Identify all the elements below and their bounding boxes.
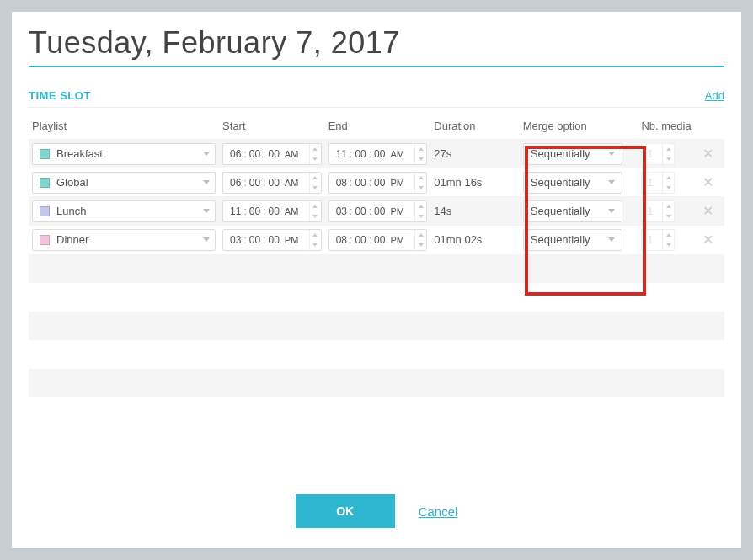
start-spinner[interactable] xyxy=(309,173,321,193)
playlist-select[interactable]: Dinner xyxy=(32,229,216,251)
end-time-input[interactable]: 08: 00: 00 PM xyxy=(328,172,428,194)
chevron-down-icon[interactable] xyxy=(415,183,426,193)
chevron-up-icon[interactable] xyxy=(415,230,426,240)
playlist-select[interactable]: Breakfast xyxy=(32,143,216,165)
chevron-up-icon[interactable] xyxy=(310,144,321,154)
chevron-up-icon[interactable] xyxy=(663,230,674,240)
end-ss[interactable]: 00 xyxy=(372,205,387,217)
end-mm[interactable]: 00 xyxy=(353,205,367,217)
chevron-up-icon[interactable] xyxy=(663,173,674,183)
chevron-down-icon[interactable] xyxy=(663,240,674,250)
chevron-up-icon[interactable] xyxy=(310,173,321,183)
start-ampm[interactable]: PM xyxy=(281,235,302,245)
chevron-down-icon[interactable] xyxy=(310,154,321,164)
nb-media-spinner[interactable] xyxy=(662,201,674,221)
start-ampm[interactable]: AM xyxy=(281,149,302,159)
end-spinner[interactable] xyxy=(414,201,426,221)
delete-row-button[interactable]: ✕ xyxy=(702,147,713,161)
start-time-input[interactable]: 06: 00: 00 AM xyxy=(222,172,322,194)
start-ss[interactable]: 00 xyxy=(267,177,281,189)
end-hh[interactable]: 08 xyxy=(334,177,349,189)
add-link[interactable]: Add xyxy=(705,89,724,102)
end-time-input[interactable]: 11: 00: 00 AM xyxy=(328,143,428,165)
end-hh[interactable]: 11 xyxy=(334,148,349,160)
start-mm[interactable]: 00 xyxy=(248,205,262,217)
start-hh[interactable]: 06 xyxy=(228,177,243,189)
start-time-input[interactable]: 03: 00: 00 PM xyxy=(222,229,322,251)
end-time-input[interactable]: 08: 00: 00 PM xyxy=(328,229,428,251)
nb-media-input[interactable]: 1 xyxy=(641,143,675,165)
chevron-up-icon[interactable] xyxy=(663,201,674,211)
start-ss[interactable]: 00 xyxy=(267,205,281,217)
nb-media-input[interactable]: 1 xyxy=(641,200,675,222)
chevron-down-icon[interactable] xyxy=(415,240,426,250)
chevron-up-icon[interactable] xyxy=(663,144,674,154)
start-hh[interactable]: 03 xyxy=(228,234,243,246)
start-ampm[interactable]: AM xyxy=(281,178,302,188)
nb-media-spinner[interactable] xyxy=(662,230,674,250)
start-spinner[interactable] xyxy=(309,201,321,221)
start-spinner[interactable] xyxy=(309,144,321,164)
end-hh[interactable]: 08 xyxy=(334,234,349,246)
playlist-label: Dinner xyxy=(56,233,88,246)
chevron-up-icon[interactable] xyxy=(415,144,426,154)
nb-media-input[interactable]: 1 xyxy=(641,229,675,251)
end-ss[interactable]: 00 xyxy=(372,177,387,189)
start-mm[interactable]: 00 xyxy=(248,148,262,160)
end-spinner[interactable] xyxy=(414,173,426,193)
chevron-down-icon[interactable] xyxy=(663,154,674,164)
nb-media-input[interactable]: 1 xyxy=(641,172,675,194)
end-time-input[interactable]: 03: 00: 00 PM xyxy=(328,200,428,222)
delete-row-button[interactable]: ✕ xyxy=(702,232,713,247)
delete-row-button[interactable]: ✕ xyxy=(702,175,713,189)
merge-option-select[interactable]: Sequentially xyxy=(523,143,622,165)
chevron-down-icon xyxy=(203,237,210,242)
start-spinner[interactable] xyxy=(309,230,321,250)
chevron-down-icon[interactable] xyxy=(663,183,674,193)
start-ss[interactable]: 00 xyxy=(267,234,281,246)
merge-option-select[interactable]: Sequentially xyxy=(523,229,622,251)
start-time-input[interactable]: 06: 00: 00 AM xyxy=(222,143,322,165)
end-mm[interactable]: 00 xyxy=(353,177,367,189)
end-spinner[interactable] xyxy=(414,144,426,164)
chevron-up-icon[interactable] xyxy=(415,201,426,211)
start-time-input[interactable]: 11: 00: 00 AM xyxy=(222,200,322,222)
start-hh[interactable]: 11 xyxy=(228,205,243,217)
delete-row-button[interactable]: ✕ xyxy=(702,204,713,218)
chevron-down-icon[interactable] xyxy=(310,240,321,250)
start-ampm[interactable]: AM xyxy=(281,206,302,216)
start-mm[interactable]: 00 xyxy=(248,234,262,246)
cancel-link[interactable]: Cancel xyxy=(419,504,458,519)
chevron-down-icon[interactable] xyxy=(663,211,674,221)
end-ss[interactable]: 00 xyxy=(372,148,387,160)
col-start: Start xyxy=(219,115,325,140)
nb-media-spinner[interactable] xyxy=(662,173,674,193)
nb-media-spinner[interactable] xyxy=(662,144,674,164)
end-ampm[interactable]: PM xyxy=(387,235,408,245)
end-hh[interactable]: 03 xyxy=(334,205,349,217)
chevron-down-icon[interactable] xyxy=(415,211,426,221)
end-ss[interactable]: 00 xyxy=(372,234,387,246)
end-ampm[interactable]: PM xyxy=(387,206,408,216)
page-title: Tuesday, February 7, 2017 xyxy=(29,25,724,61)
chevron-down-icon[interactable] xyxy=(310,211,321,221)
chevron-up-icon[interactable] xyxy=(310,230,321,240)
chevron-down-icon[interactable] xyxy=(415,154,426,164)
dialog-panel: Tuesday, February 7, 2017 TIME SLOT Add … xyxy=(12,12,741,548)
end-spinner[interactable] xyxy=(414,230,426,250)
ok-button[interactable]: OK xyxy=(296,494,395,528)
end-ampm[interactable]: PM xyxy=(387,178,408,188)
start-hh[interactable]: 06 xyxy=(228,148,243,160)
merge-option-select[interactable]: Sequentially xyxy=(523,172,622,194)
playlist-select[interactable]: Lunch xyxy=(32,200,216,222)
chevron-down-icon[interactable] xyxy=(310,183,321,193)
start-mm[interactable]: 00 xyxy=(248,177,262,189)
chevron-up-icon[interactable] xyxy=(415,173,426,183)
end-mm[interactable]: 00 xyxy=(353,148,367,160)
end-mm[interactable]: 00 xyxy=(353,234,367,246)
playlist-select[interactable]: Global xyxy=(32,172,216,194)
merge-option-select[interactable]: Sequentially xyxy=(523,200,622,222)
end-ampm[interactable]: AM xyxy=(387,149,408,159)
chevron-up-icon[interactable] xyxy=(310,201,321,211)
start-ss[interactable]: 00 xyxy=(267,148,281,160)
